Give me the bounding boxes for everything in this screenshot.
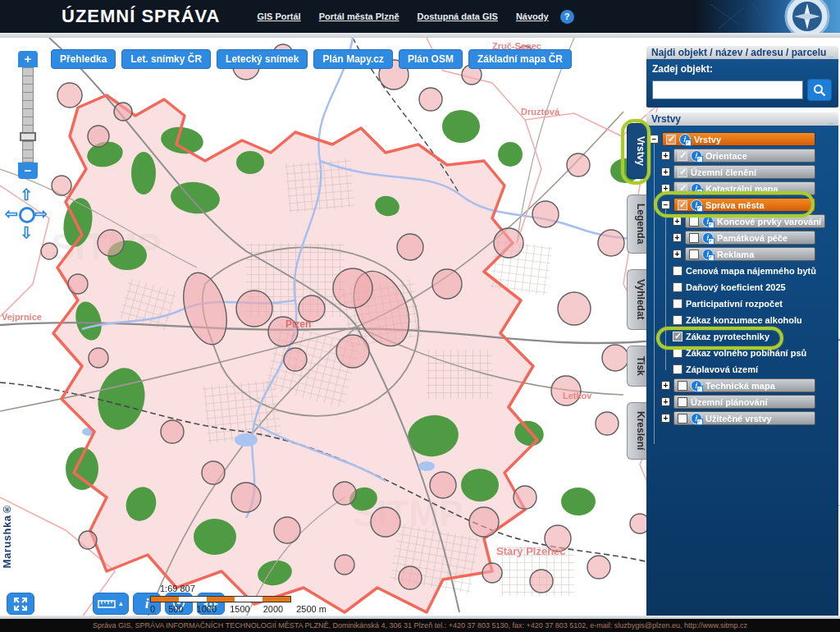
layer-checkbox[interactable] xyxy=(678,200,687,210)
layer-checkbox[interactable] xyxy=(678,381,687,391)
zoom-slider-handle[interactable] xyxy=(20,132,36,141)
expand-icon[interactable]: + xyxy=(673,217,682,226)
layer-row-zaplavova-uzemi[interactable]: Záplavová území xyxy=(673,362,838,376)
search-panel-titlebar: Najdi objekt / název / adresu / parcelu … xyxy=(646,46,838,59)
layer-checkbox[interactable] xyxy=(673,348,682,358)
layer-row-pamatkova-pece[interactable]: + i Památková péče xyxy=(673,231,838,245)
layers-panel-titlebar: Vrstvy _ xyxy=(646,112,838,126)
layer-checkbox[interactable] xyxy=(673,266,682,276)
basemap-letecky-snimek-button[interactable]: Letecký snímek xyxy=(217,49,308,69)
search-button[interactable] xyxy=(807,79,832,101)
tab-vyhledat[interactable]: Vyhledat xyxy=(627,269,646,330)
layer-info-icon[interactable]: i xyxy=(702,216,714,227)
layer-row-zakaz-volneho-pobihani-psu[interactable]: Zákaz volného pobíhání psů xyxy=(673,346,838,360)
link-portal-mesta-plzne[interactable]: Portál města Plzně xyxy=(319,11,399,21)
layer-row-uzemni-cleneni[interactable]: + Územní členění xyxy=(661,165,838,179)
layers-panel: Vrstvy _ − i Vrstvy + i Orientace xyxy=(646,112,838,617)
ruler-icon xyxy=(98,599,116,609)
footer-text: Správa GIS, SPRÁVA INFORMAČNÍCH TECHNOLO… xyxy=(93,621,747,630)
tab-tisk[interactable]: Tisk xyxy=(627,346,646,387)
pan-down-arrow[interactable]: ⇩ xyxy=(20,225,33,240)
layer-info-icon[interactable]: i xyxy=(691,183,702,195)
basemap-plan-mapycz-button[interactable]: Plán Mapy.cz xyxy=(313,49,392,69)
layer-info-icon[interactable]: i xyxy=(691,413,702,424)
label-stary-plzenec: Starý Plzenec xyxy=(496,545,566,557)
header-divider xyxy=(0,33,840,38)
expand-icon[interactable]: + xyxy=(661,397,670,406)
tab-legenda[interactable]: Legenda xyxy=(627,195,646,254)
layer-checkbox[interactable] xyxy=(678,184,687,194)
layer-checkbox[interactable] xyxy=(678,397,687,407)
expand-icon[interactable]: + xyxy=(661,184,670,193)
label-druztova: Druztová xyxy=(521,107,560,117)
layer-checkbox[interactable] xyxy=(689,233,699,243)
fullscreen-button[interactable] xyxy=(7,593,34,615)
layer-row-uzitecne-vrstvy[interactable]: + i Užitečné vrstvy xyxy=(661,411,838,425)
layer-checkbox[interactable] xyxy=(678,167,687,177)
layer-info-icon[interactable]: i xyxy=(691,199,702,211)
layer-checkbox[interactable] xyxy=(678,414,687,424)
layer-checkbox[interactable] xyxy=(689,250,699,259)
link-gis-portal[interactable]: GIS Portál xyxy=(258,11,301,21)
expand-icon[interactable]: + xyxy=(661,381,670,390)
basemap-let-snimky-cr-button[interactable]: Let. snímky ČR xyxy=(121,49,211,69)
layer-row-uzemni-planovani[interactable]: + Územní plánování xyxy=(661,395,838,409)
layer-info-icon[interactable]: i xyxy=(691,150,702,162)
zoom-out-button[interactable]: − xyxy=(18,163,38,179)
search-panel-minimize-icon[interactable]: _ xyxy=(828,50,833,55)
layer-info-icon[interactable]: i xyxy=(691,380,702,392)
layer-row-zakaz-pyrotechniky[interactable]: Zákaz pyrotechniky xyxy=(673,329,838,343)
tab-vrstvy[interactable]: Vrstvy xyxy=(627,123,646,179)
layer-info-icon[interactable]: i xyxy=(702,232,714,244)
tab-kresleni[interactable]: Kreslení xyxy=(627,402,646,460)
layer-checkbox[interactable] xyxy=(689,217,699,227)
layer-row-sprava-mesta[interactable]: − i Správa města xyxy=(661,198,838,212)
search-input[interactable] xyxy=(652,80,803,99)
help-icon[interactable]: ? xyxy=(560,10,574,24)
layer-row-danovy-koeficient[interactable]: Daňový koeficient 2025 xyxy=(673,280,838,294)
side-tabs: Vrstvy Legenda Vyhledat Tisk Kreslení xyxy=(627,123,646,460)
layer-checkbox[interactable] xyxy=(673,282,682,292)
layer-row-participativni-rozpocet[interactable]: Participativní rozpočet xyxy=(673,296,838,310)
layer-checkbox[interactable] xyxy=(673,364,682,374)
layer-checkbox[interactable] xyxy=(678,151,687,161)
expand-icon[interactable]: + xyxy=(661,151,670,160)
layer-checkbox[interactable] xyxy=(666,135,676,144)
layer-row-reklama[interactable]: + i Reklama xyxy=(673,247,838,261)
basemap-prehledka-button[interactable]: Přehledka xyxy=(51,49,116,69)
expand-icon[interactable]: + xyxy=(673,250,682,259)
layer-info-icon[interactable]: i xyxy=(702,249,714,260)
label-plzen: Plzeň xyxy=(285,318,311,330)
collapse-icon[interactable]: − xyxy=(661,200,670,209)
link-navody[interactable]: Návody xyxy=(516,11,549,21)
layer-row-koncove-prvky-varovani[interactable]: + i Koncové prvky varování xyxy=(673,214,838,228)
layer-checkbox[interactable] xyxy=(673,315,682,325)
layer-checkbox[interactable] xyxy=(673,299,682,309)
layer-row-zakaz-konzumace-alkoholu[interactable]: Zákaz konzumace alkoholu xyxy=(673,313,838,327)
layer-checkbox[interactable] xyxy=(673,332,682,341)
expand-icon[interactable]: + xyxy=(661,414,670,423)
collapse-icon[interactable]: − xyxy=(650,135,659,144)
label-letkov: Letkov xyxy=(563,391,592,401)
layer-row-vrstvy[interactable]: − i Vrstvy xyxy=(650,132,838,146)
zoom-slider-track[interactable] xyxy=(22,67,34,163)
pan-right-arrow[interactable]: ⇨ xyxy=(34,206,48,222)
pan-up-arrow[interactable]: ⇧ xyxy=(20,187,33,203)
layer-row-katastralni-mapa[interactable]: + i Katastrální mapa xyxy=(661,181,838,195)
expand-icon[interactable]: + xyxy=(673,233,682,242)
info-icon: i xyxy=(145,596,149,612)
basemap-zakladni-mapa-cr-button[interactable]: Základní mapa ČR xyxy=(468,49,572,69)
layer-row-orientace[interactable]: + i Orientace xyxy=(661,149,838,163)
zoom-in-button[interactable]: + xyxy=(18,51,38,67)
pan-left-arrow[interactable]: ⇦ xyxy=(5,206,18,222)
measure-dropdown-arrow-icon: ▲ xyxy=(118,600,125,607)
layer-row-cenova-mapa[interactable]: Cenová mapa nájemného bytů xyxy=(673,263,838,277)
pan-center-button[interactable] xyxy=(19,207,35,223)
layer-info-icon[interactable]: i xyxy=(679,134,691,145)
layer-row-technicka-mapa[interactable]: + i Technická mapa xyxy=(661,378,838,392)
layers-panel-minimize-icon[interactable]: _ xyxy=(828,117,833,121)
link-dostupna-data-gis[interactable]: Dostupná data GIS xyxy=(418,11,498,21)
measure-button[interactable]: ▲ xyxy=(93,593,129,615)
basemap-plan-osm-button[interactable]: Plán OSM xyxy=(399,49,463,69)
expand-icon[interactable]: + xyxy=(661,167,670,176)
